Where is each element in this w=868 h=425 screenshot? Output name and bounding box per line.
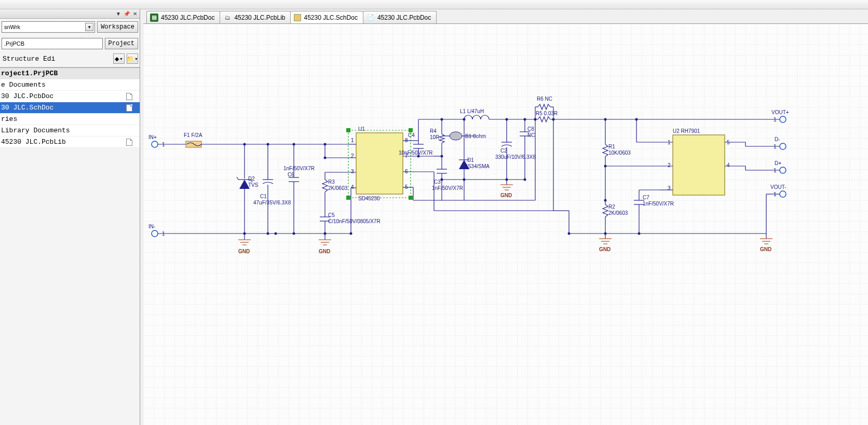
svg-text:R4: R4: [430, 128, 437, 134]
panel-close-icon[interactable]: ✕: [131, 10, 139, 18]
document-tab[interactable]: 📄45230 JLC.PcbDoc: [363, 11, 437, 23]
svg-text:U2  RH7901: U2 RH7901: [673, 128, 700, 134]
component-R3[interactable]: R3 2K/0603: [322, 172, 348, 213]
svg-point-229: [568, 232, 571, 235]
tree-item-label: 30 JLC.PcbDoc: [1, 92, 126, 100]
svg-point-185: [604, 199, 607, 202]
view-mode-button[interactable]: ◆▼: [113, 53, 125, 64]
svg-point-91: [350, 232, 352, 235]
svg-text:R2: R2: [608, 204, 615, 210]
component-C1[interactable]: C1 47uF/35V/6.3X8: [253, 143, 291, 235]
tab-label: 45230 JLC.PcbDoc: [377, 14, 431, 21]
component-R2[interactable]: R2 2K/0603: [603, 199, 628, 234]
filter-button[interactable]: 📁▼: [127, 53, 138, 64]
document-tab[interactable]: 🗂45230 JLC.PcbLib: [220, 11, 291, 23]
svg-text:VOUT+: VOUT+: [771, 109, 789, 115]
tab-label: 45230 JLC.PcbLib: [234, 14, 285, 21]
structure-label: Structure Edi: [2, 55, 111, 63]
tree-row[interactable]: Library Documents: [0, 125, 140, 136]
port-in-plus: IN+ 1: [148, 134, 165, 147]
svg-point-115: [441, 118, 443, 121]
svg-point-209: [635, 118, 638, 121]
svg-text:4: 4: [727, 162, 730, 168]
svg-point-130: [450, 132, 462, 140]
svg-point-40: [267, 232, 269, 235]
tree-row[interactable]: e Documents: [0, 79, 140, 91]
document-tab[interactable]: ▦45230 JLC.PcbDoc: [146, 11, 220, 23]
component-C6[interactable]: 1nF/50V/X7R C6: [283, 143, 315, 234]
project-button[interactable]: Project: [105, 38, 138, 49]
svg-text:GND: GND: [319, 249, 330, 254]
gnd-far-right: GND: [760, 234, 772, 252]
svg-text:1: 1: [351, 138, 354, 143]
component-D2[interactable]: D2 TVS: [237, 143, 259, 234]
svg-point-157: [524, 179, 526, 181]
component-U1[interactable]: U1 SD45230 1 2 3 4 5 6 7 8: [346, 126, 413, 201]
svg-text:C2: C2: [500, 148, 507, 154]
component-R5[interactable]: R5 0.03R: [534, 111, 637, 122]
component-D1[interactable]: D1 SS34/SMA: [459, 118, 490, 201]
gnd-left2: GND: [319, 234, 331, 254]
svg-line-31: [237, 177, 238, 180]
tree-row[interactable]: 30 JLC.SchDoc: [0, 102, 140, 114]
tree-row[interactable]: 30 JLC.PcbDoc: [0, 91, 140, 102]
svg-text:R6  NC: R6 NC: [537, 96, 552, 102]
panel-pin-icon[interactable]: 📌: [123, 10, 130, 18]
tree-row[interactable]: roject1.PrjPCB: [0, 68, 140, 79]
port-vout-plus: VOUT+ 1: [771, 109, 789, 122]
svg-rect-74: [346, 128, 350, 132]
tree-item-label: Library Documents: [1, 127, 139, 134]
svg-text:F1  F/2A: F1 F/2A: [184, 132, 202, 138]
component-C8[interactable]: C8 NC: [520, 118, 535, 180]
document-icon: [126, 93, 132, 100]
pcb-icon: ▦: [150, 13, 158, 22]
svg-rect-76: [346, 196, 350, 200]
folder-icon: 📁: [127, 56, 134, 62]
dropdown-icon[interactable]: ▼: [85, 23, 93, 31]
gnd-left1: GND: [238, 234, 251, 254]
svg-text:IN-: IN-: [148, 224, 155, 229]
library-icon: 🗂: [223, 13, 232, 22]
project-row: .PrjPCB Project: [0, 35, 140, 52]
tree-row[interactable]: ries: [0, 114, 140, 125]
svg-text:GND: GND: [238, 249, 250, 254]
svg-text:SD45230: SD45230: [358, 196, 380, 201]
svg-text:2: 2: [668, 162, 671, 168]
svg-text:R3: R3: [328, 179, 335, 185]
chevron-down-icon: ▼: [119, 57, 123, 61]
svg-text:D-: D-: [775, 136, 780, 142]
workspace-button[interactable]: Workspace: [97, 21, 138, 33]
panel-menu-icon[interactable]: ▼: [115, 10, 122, 18]
component-C7[interactable]: C7 1nF/50V/X7R: [634, 190, 674, 235]
component-C5[interactable]: C5 C/10nF/50V/0805/X7R: [320, 212, 381, 234]
chevron-down-icon: ▼: [134, 57, 138, 61]
project-field[interactable]: .PrjPCB: [2, 38, 103, 49]
gnd-mid: GND: [463, 179, 526, 199]
svg-point-6: [780, 116, 786, 122]
component-F1[interactable]: F1 F/2A: [184, 132, 202, 147]
document-tab[interactable]: 45230 JLC.SchDoc: [290, 11, 363, 23]
schematic-canvas[interactable]: IN+ 1 IN- 1 VOUT+ 1 D- 1 D+ 1 VOUT- 1: [143, 24, 868, 425]
svg-text:L1  L/47uH: L1 L/47uH: [460, 108, 484, 114]
svg-text:C3: C3: [434, 179, 441, 185]
svg-point-159: [441, 179, 443, 181]
svg-text:1nF/50V/X7R: 1nF/50V/X7R: [643, 201, 674, 207]
svg-text:C6: C6: [288, 172, 294, 177]
component-C4[interactable]: C4 10nF/50V/X7R: [399, 132, 433, 158]
svg-text:D1: D1: [467, 157, 474, 163]
tree-item-label: 45230 JLC.PcbLib: [1, 138, 126, 146]
schematic-drawing[interactable]: IN+ 1 IN- 1 VOUT+ 1 D- 1 D+ 1 VOUT- 1: [143, 24, 868, 425]
workspace-dropdown[interactable]: snWrk ▼: [2, 21, 95, 33]
svg-point-137: [506, 118, 508, 121]
svg-point-15: [780, 191, 786, 197]
component-C3[interactable]: C3 1nF/50V/X7R: [432, 156, 463, 200]
component-L1[interactable]: L1 L/47uH: [460, 108, 538, 119]
component-R1[interactable]: R1 10K/0603: [603, 118, 631, 201]
svg-rect-25: [186, 141, 201, 147]
project-tree[interactable]: roject1.PrjPCBe Documents30 JLC.PcbDoc30…: [0, 67, 140, 148]
svg-text:3: 3: [351, 169, 354, 174]
tab-label: 45230 JLC.SchDoc: [304, 14, 357, 21]
tree-row[interactable]: 45230 JLC.PcbLib: [0, 136, 140, 148]
svg-point-94: [324, 143, 327, 146]
component-U2[interactable]: U2 RH7901 1 2 3 5 4: [668, 128, 730, 195]
